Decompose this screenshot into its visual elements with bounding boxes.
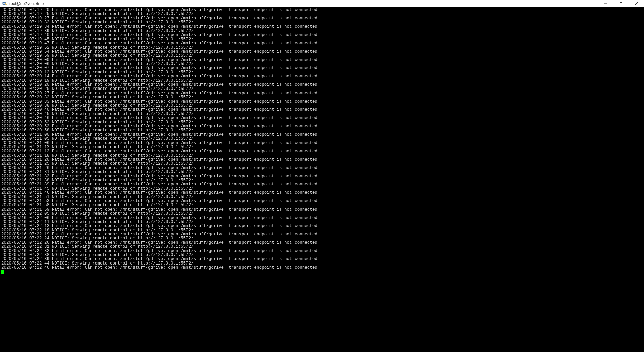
log-line: 2020/05/16 07:20:32 NOTICE: Serving remo… xyxy=(1,95,643,99)
maximize-button[interactable] xyxy=(613,0,629,7)
log-line: 2020/05/16 07:22:46 Fatal error: Can not… xyxy=(1,266,643,270)
log-line: 2020/05/16 07:21:46 Fatal error: Can not… xyxy=(1,191,643,195)
log-line: 2020/05/16 07:21:39 Fatal error: Can not… xyxy=(1,182,643,186)
window-title: root@up2you: /tmp xyxy=(9,1,44,6)
log-line: 2020/05/16 07:21:05 NOTICE: Serving remo… xyxy=(1,137,643,141)
log-line: 2020/05/16 07:20:07 Fatal error: Can not… xyxy=(1,66,643,70)
log-line: 2020/05/16 07:19:32 NOTICE: Serving remo… xyxy=(1,20,643,24)
window-controls xyxy=(598,0,644,7)
log-line: 2020/05/16 07:21:58 NOTICE: Serving remo… xyxy=(1,203,643,207)
log-line: 2020/05/16 07:22:39 Fatal error: Can not… xyxy=(1,257,643,261)
window-titlebar: root@up2you: /tmp xyxy=(0,0,644,7)
log-line: 2020/05/16 07:19:59 NOTICE: Serving remo… xyxy=(1,54,643,58)
log-line: 2020/05/16 07:20:46 Fatal error: Can not… xyxy=(1,116,643,120)
log-line: 2020/05/16 07:21:31 NOTICE: Serving remo… xyxy=(1,170,643,174)
log-line: 2020/05/16 07:22:13 Fatal error: Can not… xyxy=(1,224,643,228)
terminal-output[interactable]: 2020/05/16 07:19:20 Fatal error: Can not… xyxy=(0,7,644,352)
log-line: 2020/05/16 07:22:05 NOTICE: Serving remo… xyxy=(1,212,643,216)
log-line: 2020/05/16 07:20:58 NOTICE: Serving remo… xyxy=(1,128,643,132)
prompt-row[interactable] xyxy=(1,270,643,274)
close-button[interactable] xyxy=(629,0,644,7)
putty-icon xyxy=(2,1,7,6)
log-line: 2020/05/16 07:21:25 NOTICE: Serving remo… xyxy=(1,162,643,166)
minimize-button[interactable] xyxy=(598,0,613,7)
terminal-cursor xyxy=(1,270,4,274)
svg-rect-3 xyxy=(620,2,622,5)
log-line: 2020/05/16 07:21:13 Fatal error: Can not… xyxy=(1,149,643,153)
log-line: 2020/05/16 07:22:31 NOTICE: Serving remo… xyxy=(1,245,643,249)
log-line: 2020/05/16 07:19:40 Fatal error: Can not… xyxy=(1,33,643,37)
log-line: 2020/05/16 07:19:25 NOTICE: Serving remo… xyxy=(1,12,643,16)
svg-rect-1 xyxy=(3,2,5,4)
log-line: 2020/05/16 07:19:47 Fatal error: Can not… xyxy=(1,41,643,45)
log-line: 2020/05/16 07:20:14 Fatal error: Can not… xyxy=(1,74,643,78)
log-line: 2020/05/16 07:20:40 Fatal error: Can not… xyxy=(1,108,643,112)
log-line: 2020/05/16 07:20:25 NOTICE: Serving remo… xyxy=(1,87,643,91)
